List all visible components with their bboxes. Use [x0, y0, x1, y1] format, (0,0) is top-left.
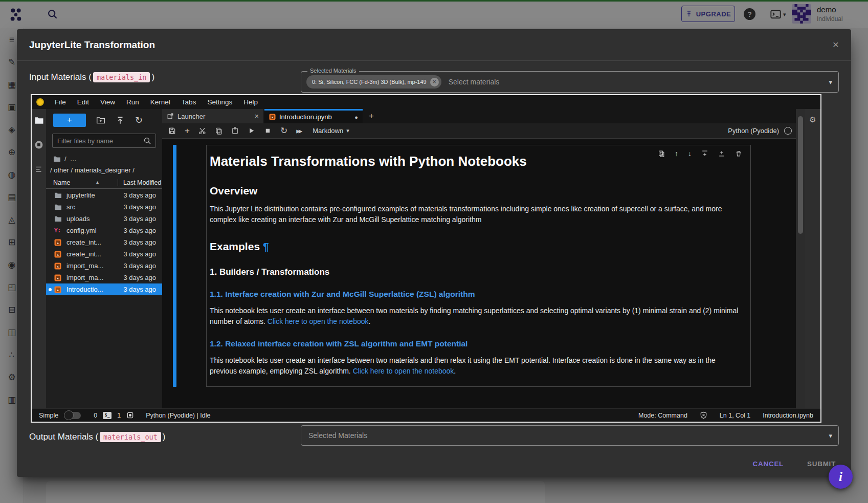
menu-settings[interactable]: Settings [202, 95, 238, 109]
save-icon[interactable] [168, 127, 176, 135]
open-notebook-link[interactable]: Click here to open the notebook [353, 367, 454, 375]
file-row[interactable]: uploads 3 days ago [46, 213, 162, 225]
info-fab-button[interactable]: i [829, 465, 853, 489]
move-cell-up-icon[interactable]: ↑ [675, 150, 678, 157]
paste-cells-icon[interactable] [231, 127, 239, 135]
property-inspector-icon[interactable]: ⚙ [805, 115, 820, 124]
delete-cell-icon[interactable] [735, 150, 742, 157]
file-row[interactable]: jupyterlite 3 days ago [46, 189, 162, 201]
menu-file[interactable]: File [49, 95, 72, 109]
submit-button[interactable]: SUBMIT [807, 460, 836, 468]
selected-materials-legend: Selected Materials [307, 68, 359, 74]
section-1-1-heading-link[interactable]: 1.1. Interface creation with Zur and McG… [210, 290, 742, 299]
notebook-content: ↑ ↓ [162, 139, 798, 408]
new-launcher-button[interactable]: + [53, 114, 86, 127]
copy-cells-icon[interactable] [215, 127, 222, 135]
overview-paragraph: This Jupyter Lite distribution contains … [210, 204, 742, 225]
chip-delete-icon[interactable]: × [430, 78, 439, 86]
markdown-cell[interactable]: ↑ ↓ [206, 145, 751, 387]
unsaved-changes-dot[interactable]: ● [354, 114, 358, 120]
folder-icon [54, 192, 62, 199]
anchor-pilcrow[interactable]: ¶ [263, 240, 269, 252]
file-row[interactable]: Y: config.yml 3 days ago [46, 225, 162, 236]
notebook-file-icon [54, 239, 62, 246]
move-cell-down-icon[interactable]: ↓ [688, 150, 692, 157]
chevron-down-icon[interactable]: ▾ [829, 78, 832, 86]
insert-cell-icon[interactable]: + [185, 126, 190, 135]
home-folder-icon[interactable] [53, 156, 61, 162]
material-chip[interactable]: 0: Si, Silicon, FCC (Fd-3m) 3D (Bulk), m… [306, 75, 441, 89]
notebook-scrollbar[interactable] [796, 109, 805, 408]
right-sidebar: ⚙ [805, 109, 820, 408]
table-of-contents-icon[interactable] [35, 165, 43, 173]
menu-help[interactable]: Help [238, 95, 263, 109]
file-row-selected[interactable]: Introductio... 3 days ago [46, 283, 162, 295]
mode-indicator[interactable]: Mode: Command [638, 412, 687, 419]
kernel-status-icon[interactable] [784, 127, 792, 135]
file-row[interactable]: import_ma... 3 days ago [46, 260, 162, 272]
scrollbar-thumb[interactable] [798, 116, 803, 234]
duplicate-cell-icon[interactable] [658, 150, 665, 157]
open-notebook-link[interactable]: Click here to open the notebook [268, 317, 369, 325]
menu-kernel[interactable]: Kernel [145, 95, 176, 109]
run-cell-icon[interactable] [248, 127, 255, 135]
jupyter-menubar: File Edit View Run Kernel Tabs Settings … [32, 95, 820, 109]
tab-launcher[interactable]: Launcher × [162, 109, 264, 123]
chevron-down-icon[interactable]: ▾ [829, 432, 832, 440]
breadcrumb-ellipsis[interactable]: … [70, 155, 77, 163]
kernel-sessions-icon[interactable] [126, 411, 134, 419]
input-materials-select[interactable]: Selected Materials 0: Si, Silicon, FCC (… [301, 71, 839, 93]
insert-cell-below-icon[interactable] [718, 150, 725, 157]
cursor-position[interactable]: Ln 1, Col 1 [720, 412, 750, 419]
file-browser-icon[interactable] [34, 116, 44, 124]
trust-shield-icon[interactable] [700, 411, 707, 419]
terminal-icon[interactable]: $_ [103, 412, 112, 419]
column-name[interactable]: Name [53, 179, 70, 186]
tab-introduction-notebook[interactable]: Introduction.ipynb ● [264, 109, 363, 123]
restart-run-all-icon[interactable]: ▸▸ [296, 127, 301, 135]
menu-tabs[interactable]: Tabs [176, 95, 202, 109]
column-last-modified[interactable]: Last Modified [118, 179, 161, 186]
cancel-button[interactable]: CANCEL [753, 460, 784, 468]
kernel-status-text[interactable]: Python (Pyodide) | Idle [146, 412, 210, 419]
kernel-name[interactable]: Python (Pyodide) [728, 127, 779, 135]
screen: UPGRADE ? ▾ demo Individual ≡ ✎ ▦ [0, 0, 868, 503]
insert-cell-above-icon[interactable] [701, 150, 708, 157]
close-tab-icon[interactable]: × [255, 112, 259, 120]
jupyterlite-transformation-dialog: JupyterLite Transformation × Input Mater… [17, 29, 851, 477]
sort-ascending-icon[interactable]: ▴ [96, 179, 99, 185]
breadcrumb-path[interactable]: / other / materials_designer / [50, 166, 135, 174]
search-icon [143, 137, 151, 145]
materials-in-code: materials_in [93, 72, 150, 82]
launcher-icon [167, 113, 174, 120]
file-row[interactable]: import_ma... 3 days ago [46, 272, 162, 283]
simple-mode-toggle[interactable] [65, 412, 81, 419]
running-sessions-icon[interactable] [34, 140, 43, 149]
menu-edit[interactable]: Edit [72, 95, 95, 109]
file-row[interactable]: create_int... 3 days ago [46, 236, 162, 248]
cell-collapser[interactable] [173, 145, 176, 387]
cell-type-dropdown[interactable]: Markdown ▾ [313, 127, 349, 135]
refresh-file-list-icon[interactable]: ↻ [135, 116, 143, 125]
file-row[interactable]: src 3 days ago [46, 201, 162, 213]
menu-view[interactable]: View [95, 95, 121, 109]
filter-files-input[interactable] [52, 134, 156, 148]
cut-cells-icon[interactable] [198, 127, 206, 135]
notebook-file-icon [269, 114, 276, 120]
new-tab-button[interactable]: + [363, 109, 380, 123]
output-materials-select[interactable]: Selected Materials ▾ [301, 425, 839, 446]
breadcrumb[interactable]: / … [53, 155, 77, 163]
new-folder-icon[interactable] [96, 116, 105, 125]
file-row[interactable]: create_int... 3 days ago [46, 248, 162, 260]
menu-run[interactable]: Run [121, 95, 145, 109]
select-materials-placeholder: Select materials [449, 78, 500, 86]
dialog-header: JupyterLite Transformation × [17, 29, 851, 61]
upload-files-icon[interactable] [116, 116, 125, 125]
interrupt-kernel-icon[interactable] [264, 127, 272, 135]
section-1-2-heading-link[interactable]: 1.2. Relaxed interface creation with ZSL… [210, 339, 742, 348]
close-icon[interactable]: × [833, 38, 839, 51]
statusbar-filename[interactable]: Introduction.ipynb [763, 412, 813, 419]
jupyter-file-browser: + ↻ [46, 109, 162, 408]
chevron-down-icon: ▾ [346, 128, 349, 134]
restart-kernel-icon[interactable]: ↻ [280, 126, 287, 135]
